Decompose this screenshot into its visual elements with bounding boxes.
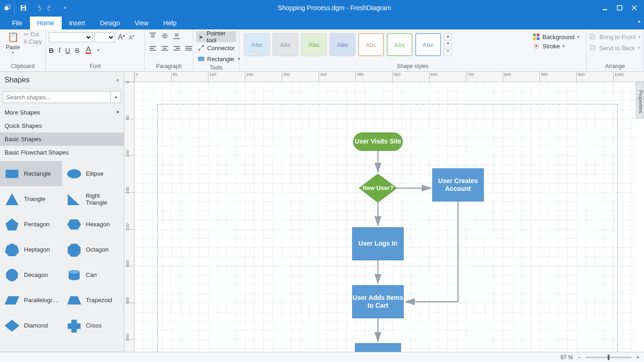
tab-view[interactable]: View — [128, 17, 156, 29]
underline-button[interactable]: U — [65, 46, 70, 54]
stroke-button[interactable]: Stroke▾ — [533, 42, 580, 50]
shape-item-label: Cross — [86, 322, 102, 329]
svg-rect-11 — [162, 35, 168, 36]
node-cart[interactable]: User Adds Items to Cart — [352, 285, 404, 318]
tab-design[interactable]: Design — [93, 17, 128, 29]
node-new[interactable]: New User? — [359, 174, 397, 202]
save-icon[interactable] — [17, 2, 29, 14]
gallery-scroll[interactable]: ▴▾≡ — [444, 33, 452, 56]
qat-dropdown-icon[interactable]: ▾ — [59, 2, 71, 14]
svg-rect-7 — [150, 33, 156, 34]
font-color-dropdown-icon[interactable]: ▾ — [97, 48, 99, 52]
pointer-tool-button[interactable]: ➤Pointer tool — [196, 31, 236, 42]
align-left-icon[interactable] — [148, 44, 158, 53]
gallery-more-icon[interactable]: ≡ — [444, 48, 452, 56]
tab-home[interactable]: Home — [30, 17, 62, 29]
shape-item-trap[interactable]: Trapezoid — [62, 287, 124, 313]
gallery-up-icon[interactable]: ▴ — [444, 34, 452, 41]
gallery-down-icon[interactable]: ▾ — [444, 41, 452, 48]
align-top-icon[interactable] — [148, 31, 158, 40]
font-color-button[interactable] — [84, 46, 93, 54]
shape-item-diam[interactable]: Diamond — [0, 313, 62, 338]
rectangle-tool-button[interactable]: Rectangle▾ — [196, 53, 242, 64]
shapes-search: ▾ — [0, 88, 124, 106]
italic-button[interactable]: I — [58, 46, 61, 54]
maximize-icon[interactable] — [613, 1, 627, 15]
svg-marker-49 — [6, 269, 18, 282]
quick-access-toolbar: ▾ — [3, 2, 71, 14]
decrease-font-icon[interactable]: A▾ — [129, 34, 134, 41]
node-visit[interactable]: User Visits Site — [353, 132, 403, 151]
connector-icon — [198, 45, 204, 51]
undo-icon[interactable] — [31, 2, 43, 14]
svg-rect-12 — [163, 37, 167, 38]
node-create[interactable]: User Creates Account — [432, 168, 484, 201]
shape-item-oct[interactable]: Octagon — [62, 237, 124, 262]
style-thumb[interactable]: Abc — [273, 33, 298, 56]
shape-item-hept[interactable]: Heptagon — [0, 237, 62, 262]
cat-quick-shapes[interactable]: Quick Shapes — [0, 119, 124, 132]
collapse-panel-icon[interactable]: « — [116, 77, 119, 83]
style-gallery[interactable]: AbcAbcAbcAbcAbcAbcAbc — [242, 31, 443, 58]
zoom-out-icon[interactable]: − — [578, 354, 581, 361]
background-button[interactable]: Background▾ — [533, 33, 580, 40]
connector-tool-button[interactable]: Connector — [196, 42, 237, 53]
style-thumb[interactable]: Abc — [358, 33, 384, 56]
paste-icon: 📋 — [7, 31, 19, 42]
tri-icon — [4, 191, 20, 207]
main-area: Shapes « ▾ More Shapes▸ Quick Shapes Bas… — [0, 72, 644, 352]
shape-item-rtri[interactable]: Right Triangle — [62, 186, 124, 212]
redo-icon[interactable] — [45, 2, 57, 14]
strike-button[interactable]: S — [75, 46, 80, 54]
style-thumb[interactable]: Abc — [244, 33, 270, 56]
zoom-in-icon[interactable]: + — [636, 354, 639, 361]
cat-basic-shapes[interactable]: Basic Shapes — [0, 132, 124, 146]
collapse-ribbon-icon[interactable]: ▴ — [638, 18, 640, 23]
style-thumb[interactable]: Abc — [415, 33, 441, 56]
justify-icon[interactable] — [184, 44, 194, 53]
align-center-icon[interactable] — [160, 44, 170, 53]
bold-button[interactable]: B — [49, 46, 54, 54]
shape-item-ellipse[interactable]: Ellipse — [62, 161, 124, 186]
tab-help[interactable]: Help — [156, 17, 184, 29]
search-input[interactable] — [3, 92, 110, 103]
cat-more-shapes[interactable]: More Shapes▸ — [0, 106, 124, 119]
style-thumb[interactable]: Abc — [330, 33, 355, 56]
send-back-button[interactable]: Send to Back▾ — [589, 42, 640, 53]
cat-flowchart-shapes[interactable]: Basic Flowchart Shapes — [0, 146, 124, 159]
style-thumb[interactable]: Abc — [387, 33, 412, 56]
shape-item-cross[interactable]: Cross — [62, 313, 124, 338]
shape-item-tri[interactable]: Triangle — [0, 186, 62, 212]
shape-item-label: Heptagon — [24, 246, 50, 253]
stroke-icon — [533, 42, 540, 50]
app-icon[interactable] — [3, 2, 15, 14]
align-middle-icon[interactable] — [160, 31, 170, 40]
copy-button[interactable]: ⎘Copy — [24, 39, 42, 45]
font-name-select[interactable] — [49, 32, 93, 42]
align-bottom-icon[interactable] — [172, 31, 182, 40]
shape-item-dec[interactable]: Decagon — [0, 262, 62, 287]
zoom-slider[interactable] — [586, 356, 632, 358]
svg-rect-33 — [533, 37, 536, 40]
node-login[interactable]: User Logs In — [352, 227, 404, 260]
style-thumb[interactable]: Abc — [301, 33, 327, 56]
node-checkout[interactable] — [355, 343, 401, 352]
cut-button[interactable]: ✂Cut — [24, 31, 42, 38]
increase-font-icon[interactable]: A▴ — [118, 33, 125, 41]
tab-file[interactable]: File — [5, 17, 30, 29]
close-icon[interactable] — [627, 1, 641, 15]
tab-insert[interactable]: Insert — [62, 17, 93, 29]
shape-item-hex[interactable]: Hexagon — [62, 212, 124, 237]
bring-front-button[interactable]: Bring to Front▾ — [589, 31, 641, 42]
shape-item-para[interactable]: Parallelogr... — [0, 287, 62, 313]
canvas[interactable]: User Visits SiteNew User?User Creates Ac… — [134, 82, 636, 352]
shape-item-pent[interactable]: Pentagon — [0, 212, 62, 237]
align-right-icon[interactable] — [172, 44, 182, 53]
shape-item-can[interactable]: Can — [62, 262, 124, 287]
minimize-icon[interactable] — [598, 1, 612, 15]
properties-tab[interactable]: Properties — [636, 82, 644, 119]
search-dropdown-icon[interactable]: ▾ — [110, 92, 121, 103]
shape-item-rect[interactable]: Rectangle — [0, 161, 62, 186]
font-size-select[interactable] — [94, 32, 115, 42]
paste-button[interactable]: 📋 Paste ▾ — [3, 31, 23, 55]
